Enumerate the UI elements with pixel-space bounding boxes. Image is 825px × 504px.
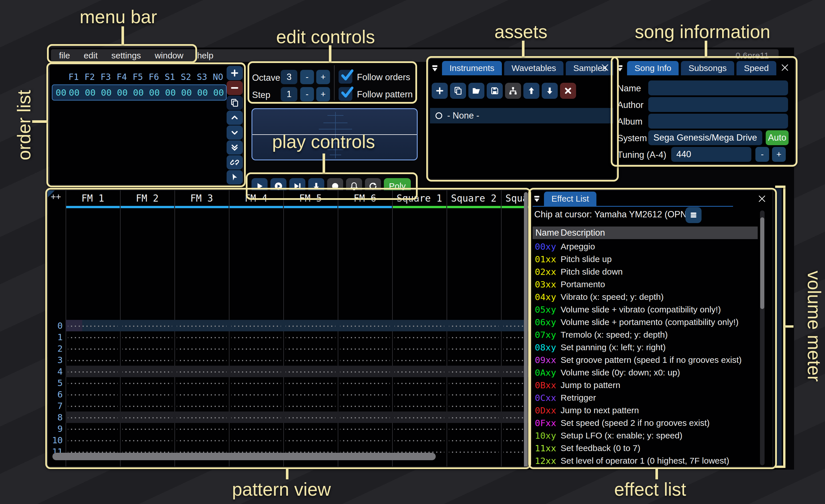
pattern-cell[interactable] [231, 389, 281, 400]
effect-row[interactable]: 0DxxJump to next pattern [532, 404, 758, 417]
channel-header-fm-4[interactable]: FM 4 [229, 193, 283, 204]
pattern-cell[interactable] [394, 412, 444, 423]
pattern-cell[interactable] [340, 377, 390, 389]
effect-row[interactable]: 0CxxRetrigger [532, 392, 758, 404]
effect-row[interactable]: 04xyVibrato (x: speed; y: depth) [532, 291, 758, 303]
pattern-cell[interactable] [340, 434, 390, 446]
pattern-cell[interactable] [231, 423, 281, 434]
pattern-cell[interactable] [122, 320, 172, 331]
effect-row[interactable]: 0FxxSet speed (speed 2 if no grooves exi… [532, 417, 758, 429]
pattern-cell[interactable] [449, 377, 499, 389]
pattern-cell[interactable] [122, 366, 172, 377]
pattern-cell[interactable] [394, 343, 444, 354]
octave-increment-button[interactable]: + [316, 70, 330, 84]
pattern-cell[interactable] [68, 434, 118, 446]
order-change-mode-button[interactable] [227, 170, 243, 184]
collapse-icon[interactable] [616, 64, 624, 72]
effect-row[interactable]: 0AxyVolume slide (0y: down; x0: up) [532, 366, 758, 379]
pattern-cell[interactable] [177, 331, 227, 343]
pattern-cell[interactable] [122, 354, 172, 366]
channel-header-fm-3[interactable]: FM 3 [174, 193, 229, 204]
duplicate-instrument-button[interactable] [450, 83, 466, 99]
step-increment-button[interactable]: + [316, 87, 330, 101]
pattern-cell[interactable] [340, 389, 390, 400]
pattern-cell[interactable] [449, 400, 499, 412]
follow-pattern-checkbox[interactable] [339, 87, 352, 101]
pattern-cell[interactable] [449, 366, 499, 377]
pattern-cell[interactable] [177, 320, 227, 331]
pattern-cell[interactable] [177, 389, 227, 400]
menu-item-file[interactable]: file [52, 51, 77, 61]
effect-scrollbar-track[interactable] [760, 211, 764, 465]
pattern-cell[interactable] [177, 412, 227, 423]
add-instrument-button[interactable] [432, 83, 448, 99]
effect-row[interactable]: 08xySet panning (x: left; y: right) [532, 341, 758, 354]
order-cell[interactable]: 00 [178, 87, 195, 98]
channel-header-fm-6[interactable]: FM 6 [338, 193, 392, 204]
pattern-cell[interactable] [449, 354, 499, 366]
pattern-cell[interactable] [394, 331, 444, 343]
tuning-field[interactable]: 440 [671, 147, 751, 162]
pattern-cell[interactable] [68, 377, 118, 389]
pattern-cell[interactable] [122, 389, 172, 400]
collapse-icon[interactable] [431, 64, 439, 72]
move-instrument-up-button[interactable] [523, 83, 539, 99]
menu-item-window[interactable]: window [148, 51, 190, 61]
pattern-cell[interactable] [286, 331, 335, 343]
pattern-cell[interactable] [286, 377, 335, 389]
effect-row[interactable]: 12xxSet level of operator 1 (0 highest, … [532, 454, 758, 467]
pattern-cell[interactable] [449, 320, 499, 331]
tab-instruments[interactable]: Instruments [442, 61, 502, 75]
pattern-cell[interactable] [449, 434, 499, 446]
pattern-cell[interactable] [449, 446, 499, 457]
collapse-icon[interactable] [532, 194, 541, 203]
tuning-decrement-button[interactable]: - [755, 147, 769, 162]
pattern-cell[interactable] [122, 434, 172, 446]
album-field[interactable] [648, 114, 788, 129]
effect-row[interactable]: 0BxxJump to pattern [532, 379, 758, 392]
menu-item-edit[interactable]: edit [77, 51, 104, 61]
pattern-cell[interactable] [286, 366, 335, 377]
close-icon[interactable] [780, 63, 790, 72]
pattern-cell[interactable] [286, 389, 335, 400]
menu-item-settings[interactable]: settings [104, 51, 148, 61]
close-icon[interactable] [757, 194, 767, 203]
octave-decrement-button[interactable]: - [300, 70, 314, 84]
deep-clone-button[interactable] [227, 155, 243, 170]
move-order-down-button[interactable] [227, 125, 243, 140]
channel-header-fm-2[interactable]: FM 2 [120, 193, 174, 204]
pattern-cell[interactable] [68, 354, 118, 366]
pattern-cell[interactable] [177, 343, 227, 354]
pattern-cell[interactable] [394, 389, 444, 400]
pattern-cell[interactable] [394, 377, 444, 389]
instrument-folders-button[interactable] [505, 83, 521, 99]
pattern-cell[interactable] [286, 320, 335, 331]
pattern-cell[interactable] [231, 434, 281, 446]
order-cell[interactable]: 00 [98, 87, 114, 98]
move-order-up-button[interactable] [227, 110, 243, 125]
tuning-increment-button[interactable]: + [772, 147, 786, 162]
pattern-horizontal-scrollbar[interactable] [53, 453, 436, 460]
pattern-cell[interactable] [177, 400, 227, 412]
pattern-cell[interactable] [122, 377, 172, 389]
order-cell[interactable]: 00 [146, 87, 162, 98]
effect-row[interactable]: 03xxPortamento [532, 278, 758, 291]
step-decrement-button[interactable]: - [300, 87, 314, 101]
pattern-cell[interactable] [340, 343, 390, 354]
delete-instrument-button[interactable] [560, 83, 576, 99]
save-instrument-button[interactable] [487, 83, 503, 99]
effect-row[interactable]: 02xxPitch slide down [532, 265, 758, 278]
tab-effect-list[interactable]: Effect List [544, 191, 596, 206]
remove-order-button[interactable] [227, 81, 243, 95]
order-row[interactable]: 0000000000000000000000 [52, 84, 227, 100]
add-order-button[interactable] [227, 66, 243, 80]
pattern-cell[interactable] [449, 412, 499, 423]
pattern-cell[interactable] [68, 389, 118, 400]
effect-row[interactable]: 05xyVolume slide + vibrato (compatibilit… [532, 303, 758, 316]
effect-list-menu-button[interactable] [685, 207, 701, 223]
close-icon[interactable] [600, 63, 610, 72]
effect-row[interactable]: 00xyArpeggio [532, 240, 758, 253]
pattern-cell[interactable] [231, 354, 281, 366]
pattern-cell[interactable] [394, 320, 444, 331]
pattern-cell[interactable] [122, 400, 172, 412]
